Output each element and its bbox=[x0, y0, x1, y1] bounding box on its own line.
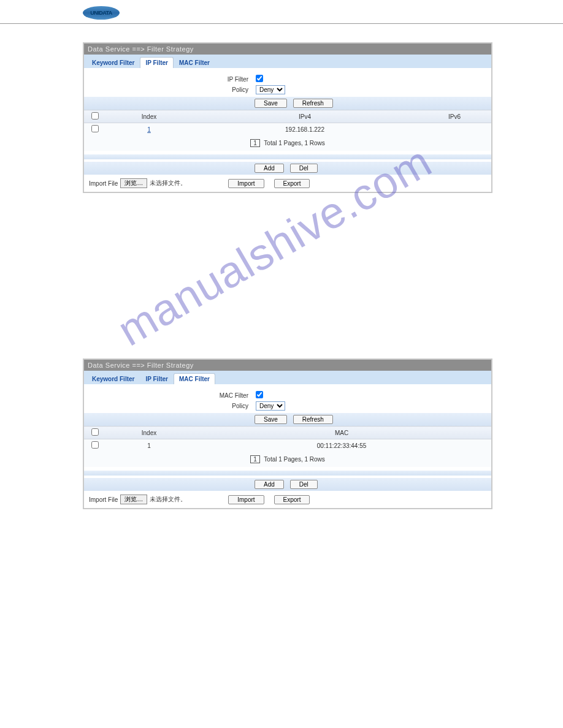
checkbox-mac-filter-enable[interactable] bbox=[256, 391, 263, 398]
ip-filter-panel: Data Service ==> Filter Strategy Keyword… bbox=[83, 42, 492, 193]
form-body: IP Filter Policy Deny Save Refresh Index bbox=[84, 68, 491, 192]
pager-summary: Total 1 Pages, 1 Rows bbox=[264, 456, 325, 463]
cell-ipv4: 192.168.1.222 bbox=[192, 123, 418, 136]
checkbox-row[interactable] bbox=[91, 125, 99, 132]
pager: 1 Total 1 Pages, 1 Rows bbox=[84, 135, 491, 151]
select-policy[interactable]: Deny bbox=[256, 85, 285, 94]
save-refresh-row: Save Refresh bbox=[84, 413, 491, 426]
add-del-row: Add Del bbox=[84, 478, 491, 491]
tab-ip-filter[interactable]: IP Filter bbox=[140, 57, 174, 68]
table-row: 1 192.168.1.222 bbox=[84, 123, 491, 136]
tab-mac-filter[interactable]: MAC Filter bbox=[174, 373, 215, 384]
checkbox-row[interactable] bbox=[91, 441, 99, 449]
form-body: MAC Filter Policy Deny Save Refresh Inde… bbox=[84, 384, 491, 508]
checkbox-ip-filter-enable[interactable] bbox=[256, 75, 263, 82]
link-row-index[interactable]: 1 bbox=[147, 126, 151, 133]
checkbox-select-all[interactable] bbox=[91, 112, 99, 119]
tab-bar: Keyword Filter IP Filter MAC Filter bbox=[84, 55, 491, 68]
cell-mac: 00:11:22:33:44:55 bbox=[192, 439, 491, 452]
page-header: UNIDATA bbox=[0, 0, 563, 24]
import-button[interactable]: Import bbox=[228, 179, 264, 188]
export-button[interactable]: Export bbox=[274, 495, 310, 504]
add-button[interactable]: Add bbox=[255, 480, 284, 489]
th-ipv6: IPv6 bbox=[418, 110, 491, 123]
label-policy: Policy bbox=[84, 86, 256, 93]
import-button[interactable]: Import bbox=[228, 495, 264, 504]
pager-page[interactable]: 1 bbox=[250, 455, 260, 463]
tab-keyword-filter[interactable]: Keyword Filter bbox=[86, 373, 140, 384]
import-export-bar: Import File 浏览… 未选择文件。 Import Export bbox=[84, 175, 491, 192]
import-export-bar: Import File 浏览… 未选择文件。 Import Export bbox=[84, 491, 491, 508]
cell-ipv6 bbox=[418, 123, 491, 136]
refresh-button[interactable]: Refresh bbox=[293, 415, 333, 424]
mac-table: Index MAC 1 00:11:22:33:44:55 bbox=[84, 426, 491, 452]
th-mac: MAC bbox=[192, 427, 491, 439]
brand-logo: UNIDATA bbox=[83, 6, 120, 20]
pager-page[interactable]: 1 bbox=[250, 139, 260, 147]
del-button[interactable]: Del bbox=[290, 164, 318, 173]
mac-filter-panel: Data Service ==> Filter Strategy Keyword… bbox=[83, 358, 492, 509]
divider-band bbox=[84, 154, 491, 159]
pager: 1 Total 1 Pages, 1 Rows bbox=[84, 452, 491, 467]
browse-button[interactable]: 浏览… bbox=[120, 178, 147, 188]
refresh-button[interactable]: Refresh bbox=[293, 99, 333, 108]
label-policy: Policy bbox=[84, 403, 256, 409]
th-index: Index bbox=[106, 110, 192, 123]
label-import-file: Import File bbox=[89, 496, 118, 503]
checkbox-select-all[interactable] bbox=[91, 428, 99, 436]
cell-index: 1 bbox=[106, 439, 192, 452]
save-refresh-row: Save Refresh bbox=[84, 97, 491, 110]
tab-bar: Keyword Filter IP Filter MAC Filter bbox=[84, 371, 491, 384]
browse-button[interactable]: 浏览… bbox=[120, 495, 147, 504]
save-button[interactable]: Save bbox=[255, 99, 287, 108]
th-index: Index bbox=[106, 427, 192, 439]
pager-summary: Total 1 Pages, 1 Rows bbox=[264, 140, 325, 146]
panel-title: Data Service ==> Filter Strategy bbox=[84, 44, 491, 55]
tab-ip-filter[interactable]: IP Filter bbox=[140, 373, 174, 384]
export-button[interactable]: Export bbox=[274, 179, 310, 188]
tab-keyword-filter[interactable]: Keyword Filter bbox=[86, 57, 140, 68]
select-policy[interactable]: Deny bbox=[256, 401, 285, 411]
del-button[interactable]: Del bbox=[290, 480, 318, 489]
panel-title: Data Service ==> Filter Strategy bbox=[84, 360, 491, 371]
ip-table: Index IPv4 IPv6 1 192.168.1.222 bbox=[84, 110, 491, 135]
label-no-file: 未选择文件。 bbox=[150, 495, 186, 504]
tab-mac-filter[interactable]: MAC Filter bbox=[174, 57, 215, 68]
label-no-file: 未选择文件。 bbox=[150, 179, 186, 188]
add-button[interactable]: Add bbox=[255, 164, 284, 173]
label-mac-filter: MAC Filter bbox=[84, 392, 256, 399]
table-row: 1 00:11:22:33:44:55 bbox=[84, 439, 491, 452]
divider-band bbox=[84, 471, 491, 476]
label-ip-filter: IP Filter bbox=[84, 76, 256, 83]
th-ipv4: IPv4 bbox=[192, 110, 418, 123]
add-del-row: Add Del bbox=[84, 162, 491, 175]
save-button[interactable]: Save bbox=[255, 415, 287, 424]
label-import-file: Import File bbox=[89, 180, 118, 187]
